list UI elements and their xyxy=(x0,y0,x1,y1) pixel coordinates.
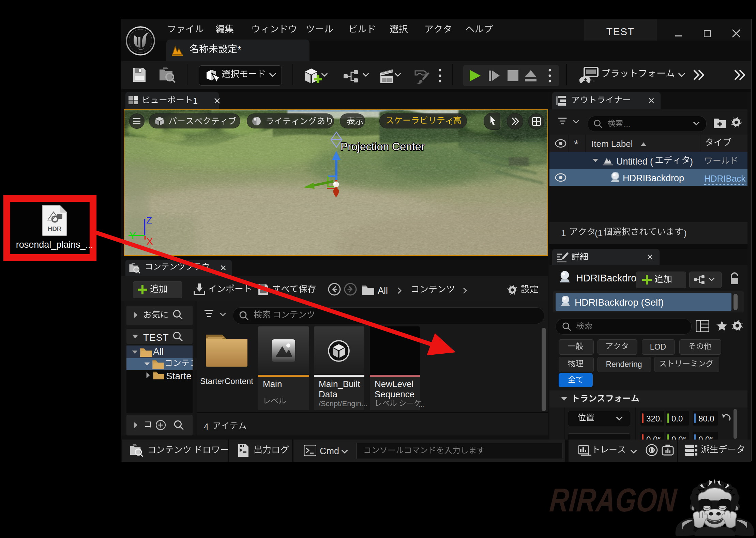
svg-text:Z: Z xyxy=(146,215,152,226)
svg-text:HDR: HDR xyxy=(47,225,61,232)
svg-text:Y: Y xyxy=(130,230,136,241)
svg-text:Projection Center: Projection Center xyxy=(341,140,425,153)
svg-text:X: X xyxy=(147,236,153,247)
